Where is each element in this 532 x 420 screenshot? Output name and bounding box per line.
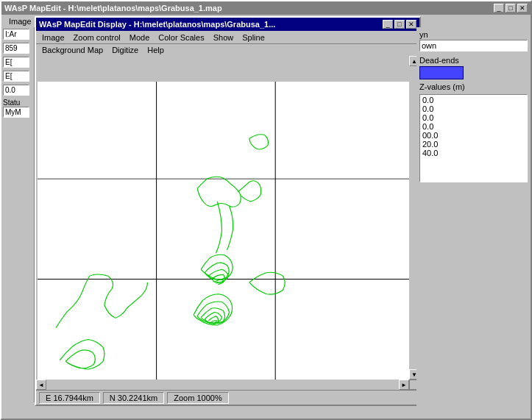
- z-value-item: 00.0: [421, 131, 526, 140]
- status-value: MyM: [3, 107, 29, 118]
- left-field-1: I:Ar: [3, 29, 29, 40]
- inner-maximize-button[interactable]: □: [394, 20, 405, 29]
- inner-titlebar: WAsP MapEdit Display - H:\melet\platanos…: [36, 18, 419, 31]
- z-values-label: Z-values (m): [416, 81, 531, 93]
- dead-ends-section: Dead-ends: [416, 54, 531, 81]
- left-field-3: E[: [3, 57, 29, 68]
- z-values-list[interactable]: 0.0 0.0 0.0 0.0 00.0 20.0 40.0: [419, 94, 528, 182]
- inner-menu-digitize[interactable]: Digitize: [107, 45, 143, 55]
- status-label: Statu: [3, 99, 32, 107]
- outer-titlebar: WAsP MapEdit - H:\melet\platanos\maps\Gr…: [1, 1, 531, 15]
- right-field-1: yn: [419, 30, 528, 51]
- map-canvas[interactable]: [38, 82, 409, 380]
- z-value-item: 0.0: [421, 122, 526, 131]
- scroll-track-h: [46, 380, 399, 390]
- scroll-right-button[interactable]: ►: [399, 380, 409, 390]
- left-field-4: E[: [3, 71, 29, 82]
- dead-ends-label: Dead-ends: [419, 56, 528, 65]
- inner-menu-help[interactable]: Help: [143, 45, 169, 55]
- inner-title: WAsP MapEdit Display - H:\melet\platanos…: [39, 20, 275, 29]
- left-sidebar: I:Ar 859 E[ E[ 0.0 Statu MyM: [1, 27, 35, 402]
- dead-ends-indicator: [419, 66, 464, 79]
- inner-close-button[interactable]: ✕: [406, 20, 416, 29]
- z-value-item: 20.0: [421, 140, 526, 149]
- horizontal-scrollbar[interactable]: ◄ ►: [36, 380, 409, 390]
- inner-menu-mode[interactable]: Mode: [125, 32, 155, 43]
- inner-menu-image[interactable]: Image: [38, 32, 69, 43]
- inner-minimize-button[interactable]: _: [383, 20, 393, 29]
- outer-close-button[interactable]: ✕: [517, 4, 528, 13]
- inner-menu-zoom[interactable]: Zoom control: [69, 32, 125, 43]
- inner-menu-color-scales[interactable]: Color Scales: [154, 32, 208, 43]
- outer-window-controls: _ □ ✕: [494, 4, 528, 13]
- outer-minimize-button[interactable]: _: [494, 4, 504, 13]
- inner-menu-show[interactable]: Show: [209, 32, 238, 43]
- map-container: ▲ ▼ ◄ ►: [36, 56, 419, 390]
- inner-statusbar: E 16.7944km N 30.2241km Zoom 1000%: [36, 390, 419, 405]
- menu-item-image[interactable]: Image: [4, 16, 36, 26]
- zoom-level: Zoom 1000%: [167, 392, 228, 404]
- outer-maximize-button[interactable]: □: [506, 4, 516, 13]
- inner-window-controls: _ □ ✕: [383, 20, 416, 29]
- z-value-item: 0.0: [421, 113, 526, 122]
- z-value-item: 0.0: [421, 96, 526, 104]
- inner-menubar: Image Zoom control Mode Color Scales Sho…: [36, 31, 419, 43]
- inner-menu-background-map[interactable]: Background Map: [38, 45, 107, 55]
- inner-window: WAsP MapEdit Display - H:\melet\platanos…: [35, 16, 421, 406]
- inner-menu-spline[interactable]: Spline: [238, 32, 269, 43]
- map-svg: [38, 82, 409, 380]
- scroll-left-button[interactable]: ◄: [36, 380, 46, 390]
- left-field-5: 0.0: [3, 85, 29, 96]
- z-value-item: 0.0: [421, 104, 526, 113]
- coord-n: N 30.2241km: [103, 392, 164, 404]
- left-field-2: 859: [3, 43, 29, 54]
- outer-title: WAsP MapEdit - H:\melet\platanos\maps\Gr…: [4, 4, 222, 13]
- right-input-1[interactable]: [419, 40, 528, 51]
- outer-window: WAsP MapEdit - H:\melet\platanos\maps\Gr…: [0, 0, 532, 420]
- coord-e: E 16.7944km: [39, 392, 100, 404]
- right-label-1: yn: [419, 30, 428, 39]
- inner-menubar-2: Background Map Digitize Help: [36, 43, 419, 56]
- z-value-item: 40.0: [421, 149, 526, 157]
- right-panel: yn Dead-ends Z-values (m) 0.0 0.0 0.0 0.…: [416, 27, 531, 419]
